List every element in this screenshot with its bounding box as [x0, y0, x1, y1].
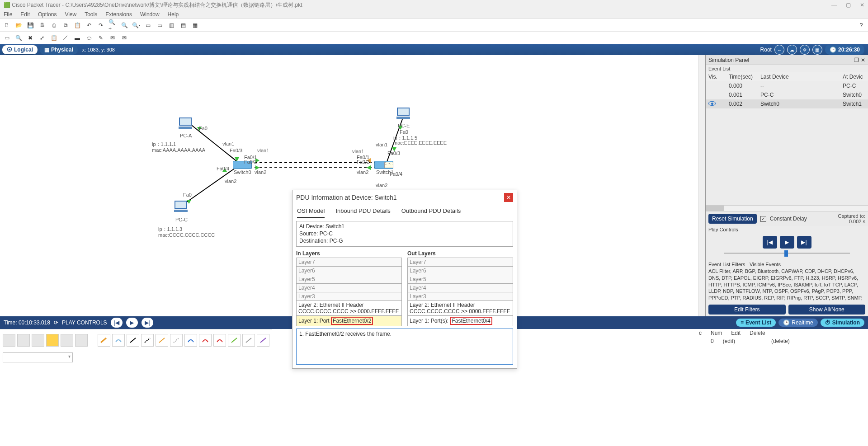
- show-all-none-button[interactable]: Show All/None: [788, 305, 866, 315]
- wizard-icon[interactable]: ⎙: [50, 21, 58, 29]
- conn-iot-icon[interactable]: [242, 334, 255, 347]
- pdu-tab-osi[interactable]: OSI Model: [297, 205, 325, 218]
- pill-realtime[interactable]: 🕒 Realtime: [778, 319, 817, 327]
- custom3-icon[interactable]: ▦: [191, 21, 199, 29]
- conn-serial-dce-icon[interactable]: [199, 334, 212, 347]
- pdu-close-button[interactable]: ✕: [504, 193, 513, 202]
- in-layer6[interactable]: Layer6: [296, 266, 402, 275]
- simple-pdu-icon[interactable]: ✉: [108, 34, 117, 42]
- in-layer2[interactable]: Layer 2: Ethernet II Header CCCC.CCCC.CC…: [296, 300, 402, 316]
- in-layer5[interactable]: Layer5: [296, 275, 402, 284]
- out-layer6[interactable]: Layer6: [407, 266, 513, 275]
- nav-root[interactable]: Root: [760, 47, 772, 53]
- devcat-end[interactable]: [75, 334, 88, 347]
- event-row[interactable]: 0.000--PC-C: [706, 81, 868, 90]
- select-icon[interactable]: ▭: [3, 34, 11, 42]
- menu-edit[interactable]: Edit: [20, 11, 30, 18]
- draw-line-icon[interactable]: ／: [61, 34, 70, 42]
- move-icon[interactable]: ✥: [800, 45, 810, 55]
- delete-icon[interactable]: ✖: [26, 34, 34, 42]
- step-fwd-button[interactable]: ▶|: [797, 236, 811, 249]
- paste-icon[interactable]: 📋: [73, 21, 81, 29]
- sim-close-icon[interactable]: ✕: [861, 57, 865, 63]
- devcat-wireless[interactable]: [46, 334, 59, 347]
- in-layer4[interactable]: Layer4: [296, 283, 402, 292]
- palette2-icon[interactable]: ▭: [156, 21, 164, 29]
- col-at[interactable]: At Devic: [843, 74, 865, 80]
- menu-file[interactable]: File: [4, 11, 12, 18]
- play-btn2[interactable]: ▶: [126, 318, 138, 328]
- grid-icon[interactable]: ▦: [812, 45, 822, 55]
- conn-usb-icon[interactable]: [257, 334, 269, 347]
- redo-icon[interactable]: ↷: [97, 21, 105, 29]
- out-layer1[interactable]: Layer 1: Port(s): FastEthernet0/4: [407, 315, 513, 326]
- menu-options[interactable]: Options: [38, 11, 57, 18]
- event-hscroll[interactable]: [706, 205, 868, 211]
- note-icon[interactable]: 📋: [50, 34, 58, 42]
- palette-icon[interactable]: ▭: [144, 21, 152, 29]
- sim-dock-icon[interactable]: ❐: [854, 57, 859, 63]
- out-layer4[interactable]: Layer4: [407, 283, 513, 292]
- conn-octal-icon[interactable]: [228, 334, 241, 347]
- reset-simulation-button[interactable]: Reset Simulation: [708, 214, 757, 224]
- print-icon[interactable]: 🖶: [38, 21, 46, 29]
- conn-console-icon[interactable]: [112, 334, 125, 347]
- pdu-tab-outbound[interactable]: Outbound PDU Details: [401, 205, 461, 218]
- new-icon[interactable]: 🗋: [3, 21, 11, 29]
- nav-back-icon[interactable]: ←: [774, 45, 784, 55]
- devcat-hubs[interactable]: [32, 334, 44, 347]
- device-pc-a[interactable]: [177, 117, 193, 131]
- draw-ellipse-icon[interactable]: ⬭: [85, 34, 93, 42]
- copy-icon[interactable]: ⧉: [61, 21, 70, 29]
- out-layer2[interactable]: Layer 2: Ethernet II Header CCCC.CCCC.CC…: [407, 300, 513, 316]
- draw-rect-icon[interactable]: ▬: [73, 34, 81, 42]
- in-layer7[interactable]: Layer7: [296, 258, 402, 267]
- event-row[interactable]: 0.001PC-CSwitch0: [706, 90, 868, 99]
- in-layer3[interactable]: Layer3: [296, 292, 402, 301]
- conn-serial-dte-icon[interactable]: [213, 334, 226, 347]
- col-vis[interactable]: Vis.: [708, 74, 729, 80]
- device-combo[interactable]: [3, 352, 73, 362]
- conn-cross-icon[interactable]: [141, 334, 154, 347]
- constant-delay-checkbox[interactable]: ✓: [760, 216, 766, 222]
- menu-window[interactable]: Window: [140, 11, 160, 18]
- save-icon[interactable]: 💾: [26, 21, 34, 29]
- out-layer7[interactable]: Layer7: [407, 258, 513, 267]
- out-layer3[interactable]: Layer3: [407, 292, 513, 301]
- edit-filters-button[interactable]: Edit Filters: [708, 305, 786, 315]
- undo-icon[interactable]: ↶: [85, 21, 93, 29]
- open-icon[interactable]: 📂: [14, 21, 23, 29]
- minimize-button[interactable]: —: [831, 2, 837, 8]
- conn-coax-icon[interactable]: [184, 334, 197, 347]
- conn-fiber-icon[interactable]: [156, 334, 168, 347]
- zoom-in-icon[interactable]: 🔍+: [108, 21, 117, 29]
- menu-help[interactable]: Help: [168, 11, 179, 18]
- clock-pill[interactable]: 🕒 20:26:30: [825, 45, 864, 55]
- devcat-security[interactable]: [61, 334, 73, 347]
- out-layer5[interactable]: Layer5: [407, 275, 513, 284]
- resize-icon[interactable]: ⤢: [38, 34, 46, 42]
- col-last[interactable]: Last Device: [760, 74, 843, 80]
- pdu-tab-inbound[interactable]: Inbound PDU Details: [335, 205, 390, 218]
- devcat-switches[interactable]: [17, 334, 30, 347]
- conn-straight-icon[interactable]: [127, 334, 139, 347]
- col-time[interactable]: Time(sec): [729, 74, 760, 80]
- in-layer1[interactable]: Layer 1: Port FastEthernet0/2: [296, 315, 402, 326]
- complex-pdu-icon[interactable]: ✉: [120, 34, 128, 42]
- tab-physical[interactable]: ▦ Physical: [40, 45, 78, 55]
- tab-logical[interactable]: ⦿ Logical: [2, 45, 38, 55]
- conn-phone-icon[interactable]: [170, 334, 183, 347]
- help-icon[interactable]: ?: [857, 21, 865, 29]
- pill-event-list[interactable]: ≡ Event List: [736, 319, 776, 327]
- devcat-routers[interactable]: [3, 334, 15, 347]
- step-back-button[interactable]: |◀: [763, 236, 777, 249]
- custom-icon[interactable]: ▥: [167, 21, 175, 29]
- conn-auto-icon[interactable]: [98, 334, 110, 347]
- play-button[interactable]: ▶: [780, 236, 794, 249]
- canvas-scrollbar[interactable]: [698, 55, 705, 316]
- maximize-button[interactable]: ▢: [846, 2, 851, 8]
- device-pc-c[interactable]: [173, 201, 189, 214]
- step-back-btn2[interactable]: |◀: [111, 318, 123, 328]
- event-row-selected[interactable]: 0.002Switch0Switch1: [706, 99, 868, 108]
- pdu-envelope-icon[interactable]: [384, 162, 393, 168]
